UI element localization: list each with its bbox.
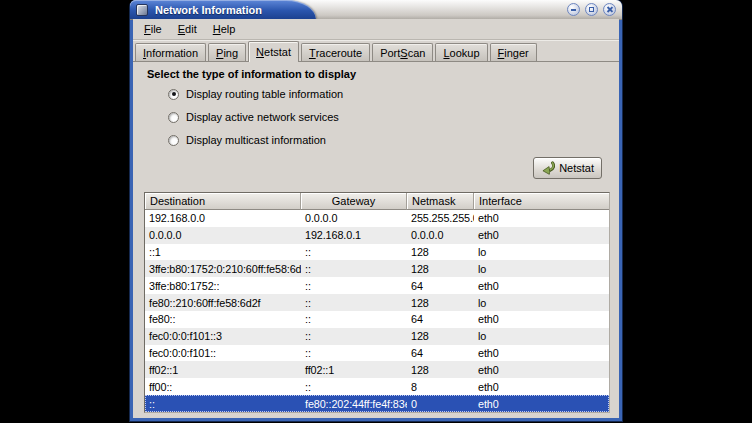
table-cell: ::: [301, 260, 407, 277]
table-cell: 0.0.0.0: [145, 227, 301, 244]
menu-item-help[interactable]: Help: [205, 20, 244, 38]
radio-option-display-active-network-services[interactable]: Display active network services: [168, 110, 343, 124]
table-row[interactable]: ::1::128lo: [145, 244, 609, 261]
table-cell: 64: [407, 277, 474, 294]
table-row[interactable]: fec0:0:0:f101::::64eth0: [145, 345, 609, 362]
table-cell: fec0:0:0:f101::: [145, 345, 301, 362]
table-row[interactable]: 3ffe:b80:1752::::64eth0: [145, 277, 609, 294]
menu-item-file[interactable]: File: [136, 20, 170, 38]
table-cell: ff02::1: [301, 361, 407, 378]
table-cell: 128: [407, 361, 474, 378]
column-header-destination[interactable]: Destination: [145, 193, 301, 210]
menu-item-edit[interactable]: Edit: [170, 20, 205, 38]
table-cell: eth0: [474, 311, 609, 328]
table-cell: eth0: [474, 361, 609, 378]
titlebar[interactable]: Network Information: [130, 0, 622, 20]
tab-finger[interactable]: Finger: [490, 43, 537, 61]
table-cell: 64: [407, 345, 474, 362]
column-header-netmask[interactable]: Netmask: [407, 193, 474, 210]
netstat-button-label: Netstat: [559, 162, 594, 174]
table-body: 192.168.0.00.0.0.0255.255.255.0eth00.0.0…: [145, 210, 609, 412]
table-row[interactable]: fe80::210:60ff:fe58:6d2f::128lo: [145, 294, 609, 311]
netstat-button[interactable]: Netstat: [533, 157, 602, 179]
netstat-panel: Select the type of information to displa…: [133, 62, 619, 418]
table-cell: fe80::: [145, 311, 301, 328]
table-cell: 0.0.0.0: [407, 227, 474, 244]
table-cell: 128: [407, 260, 474, 277]
table-cell: ff00::: [145, 378, 301, 395]
radio-button-icon: [168, 135, 179, 146]
table-cell: 3ffe:b80:1752:0:210:60ff:fe58:6d2f: [145, 260, 301, 277]
close-icon: [606, 6, 613, 13]
window-body: FileEditHelp InformationPingNetstatTrace…: [133, 19, 619, 418]
tab-port-scan[interactable]: Port Scan: [372, 43, 433, 61]
table-cell: ::: [301, 294, 407, 311]
table-cell: fe80::202:44ff:fe4f:83e1: [301, 395, 407, 412]
table-row[interactable]: ::fe80::202:44ff:fe4f:83e10eth0: [145, 395, 609, 412]
column-header-interface[interactable]: Interface: [474, 193, 609, 210]
tab-netstat[interactable]: Netstat: [248, 41, 299, 62]
table-cell: 128: [407, 294, 474, 311]
app-window-icon: [136, 4, 148, 16]
table-cell: eth0: [474, 227, 609, 244]
radio-option-display-multicast-information[interactable]: Display multicast information: [168, 133, 343, 147]
table-cell: ::: [301, 328, 407, 345]
tab-ping[interactable]: Ping: [208, 43, 246, 61]
table-cell: 128: [407, 244, 474, 261]
table-cell: ::: [145, 395, 301, 412]
window-title: Network Information: [155, 4, 262, 16]
table-cell: ::1: [145, 244, 301, 261]
tab-information[interactable]: Information: [135, 43, 206, 61]
table-row[interactable]: 192.168.0.00.0.0.0255.255.255.0eth0: [145, 210, 609, 227]
table-cell: 192.168.0.1: [301, 227, 407, 244]
table-cell: 0: [407, 395, 474, 412]
radio-option-display-routing-table-information[interactable]: Display routing table information: [168, 87, 343, 101]
network-information-window: Network Information FileEditHelp Informa…: [130, 0, 622, 421]
table-cell: ff02::1: [145, 361, 301, 378]
table-cell: eth0: [474, 277, 609, 294]
table-row[interactable]: 3ffe:b80:1752:0:210:60ff:fe58:6d2f::128l…: [145, 260, 609, 277]
minimize-icon: [571, 9, 576, 11]
tab-traceroute[interactable]: Traceroute: [301, 43, 370, 61]
tab-bar: InformationPingNetstatTraceroutePort Sca…: [133, 40, 619, 62]
table-cell: eth0: [474, 378, 609, 395]
table-header: DestinationGatewayNetmaskInterface: [145, 193, 609, 210]
table-row[interactable]: 0.0.0.0192.168.0.10.0.0.0eth0: [145, 227, 609, 244]
table-cell: lo: [474, 244, 609, 261]
radio-button-icon: [168, 112, 179, 123]
table-cell: 192.168.0.0: [145, 210, 301, 227]
radio-option-label: Display active network services: [186, 111, 339, 123]
table-cell: 64: [407, 311, 474, 328]
table-cell: 3ffe:b80:1752::: [145, 277, 301, 294]
table-row[interactable]: fec0:0:0:f101::3::128lo: [145, 328, 609, 345]
table-row[interactable]: ff00::::8eth0: [145, 378, 609, 395]
maximize-button[interactable]: [585, 3, 598, 16]
table-cell: ::: [301, 311, 407, 328]
routing-table: DestinationGatewayNetmaskInterface 192.1…: [144, 192, 610, 413]
table-cell: ::: [301, 378, 407, 395]
table-cell: ::: [301, 345, 407, 362]
table-cell: fe80::210:60ff:fe58:6d2f: [145, 294, 301, 311]
tab-lookup[interactable]: Lookup: [435, 43, 487, 61]
minimize-button[interactable]: [567, 3, 580, 16]
window-controls: [567, 3, 616, 16]
close-button[interactable]: [603, 3, 616, 16]
menubar: FileEditHelp: [133, 19, 619, 40]
table-cell: lo: [474, 260, 609, 277]
table-row[interactable]: fe80::::64eth0: [145, 311, 609, 328]
radio-option-label: Display multicast information: [186, 134, 326, 146]
table-cell: fec0:0:0:f101::3: [145, 328, 301, 345]
table-cell: 128: [407, 328, 474, 345]
table-cell: 8: [407, 378, 474, 395]
table-row[interactable]: ff02::1ff02::1128eth0: [145, 361, 609, 378]
section-label: Select the type of information to displa…: [147, 68, 356, 80]
jump-to-arrow-icon: [541, 161, 555, 175]
table-cell: lo: [474, 294, 609, 311]
maximize-icon: [589, 7, 594, 12]
table-cell: lo: [474, 328, 609, 345]
radio-group: Display routing table informationDisplay…: [168, 87, 343, 147]
table-cell: eth0: [474, 395, 609, 412]
table-cell: 255.255.255.0: [407, 210, 474, 227]
column-header-gateway[interactable]: Gateway: [301, 193, 407, 210]
table-cell: ::: [301, 277, 407, 294]
